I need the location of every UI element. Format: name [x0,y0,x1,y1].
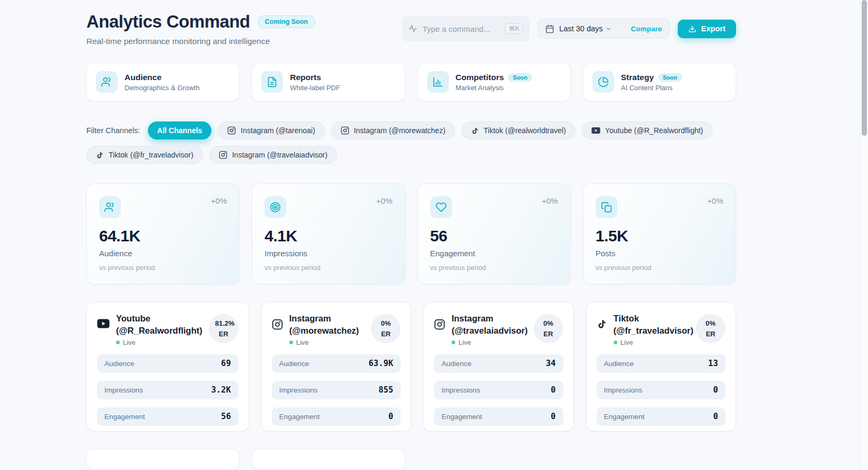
stat-label: Posts [596,249,723,258]
metric-row: Audience 34 [434,354,563,373]
metric-label: Audience [441,360,471,368]
channel-card-youtube: Youtube (@R_Realwordflight) Live 81.2% E… [86,302,249,431]
scrollbar-thumb[interactable] [862,0,867,136]
stat-label: Impressions [264,249,392,258]
date-range-label: Last 30 days [559,24,603,33]
filter-instagram-morewatchez[interactable]: Instagram (@morewatchez) [331,121,455,140]
users-icon [96,71,118,93]
instagram-icon [434,319,445,330]
metric-row: Impressions 0 [597,381,725,399]
stat-value: 56 [430,227,558,245]
metric-label: Engagement [441,413,482,421]
filter-tiktok-fr-traveladvisor[interactable]: Tiktok (@fr_traveladvisor) [86,146,203,164]
page-header: Analytics Command Coming Soon Real-time … [86,12,736,46]
stat-card-audience: +0% 64.1K Audience vs previous period [86,184,240,284]
analytics-dashboard: Analytics Command Coming Soon Real-time … [86,0,736,470]
target-icon [264,196,286,218]
calendar-icon [545,24,554,33]
command-input[interactable] [422,24,500,33]
nav-card-subtitle: AI Content Plans [621,84,683,92]
partial-card [86,449,240,470]
filter-youtube-realwordflight[interactable]: Youtube (@R_Realwordflight) [582,121,713,140]
nav-card-strategy[interactable]: StrategySoon AI Content Plans [583,63,736,101]
bar-chart-icon [427,71,449,93]
next-row-partial [86,449,736,470]
stat-note: vs previous period [99,264,227,272]
metric-row: Engagement 0 [272,407,401,426]
metric-row: Audience 63.9K [272,354,401,373]
metric-value: 3.2K [211,385,231,395]
metric-value: 34 [546,359,556,368]
filter-tiktok-realworldtravel[interactable]: Tiktok (@realworldtravel) [462,121,575,140]
metric-label: Audience [279,360,309,368]
metric-value: 0 [551,412,555,421]
stat-label: Audience [99,249,227,258]
channel-name: Instagram (@morewatchez) [289,312,365,337]
metric-value: 0 [388,412,393,421]
instagram-icon [227,126,236,135]
nav-card-audience[interactable]: Audience Demographics & Growth [86,63,240,101]
metric-label: Audience [604,360,634,368]
metric-row: Impressions 855 [272,381,401,399]
stat-note: vs previous period [596,264,723,272]
filter-instagram-tarenoai[interactable]: Instagram (@tarenoai) [218,121,324,140]
stat-card-posts: +0% 1.5K Posts vs previous period [583,184,736,284]
metric-row: Impressions 3.2K [97,381,238,399]
stat-card-impressions: +0% 4.1K Impressions vs previous period [252,184,405,284]
filters-label: Filter Channels: [86,126,140,135]
stat-note: vs previous period [264,264,392,272]
live-dot [289,341,293,344]
channel-cards-row: Youtube (@R_Realwordflight) Live 81.2% E… [86,302,736,431]
vertical-scrollbar[interactable] [860,0,868,470]
metric-row: Engagement 0 [597,407,725,426]
nav-card-subtitle: Market Analysis [456,84,533,92]
nav-card-subtitle: White-label PDF [290,84,340,92]
command-palette-box[interactable]: ⌘K [402,16,529,41]
partial-card [252,449,405,470]
metric-label: Engagement [279,413,320,421]
live-label: Live [621,338,633,346]
live-dot [116,341,120,344]
tiktok-icon [471,127,479,135]
metric-value: 13 [708,359,718,368]
export-button[interactable]: Export [678,20,736,38]
metric-row: Engagement 56 [97,407,238,426]
compare-link[interactable]: Compare [631,25,662,33]
metric-row: Audience 69 [97,354,238,373]
metric-value: 0 [551,385,555,395]
channel-filters: Filter Channels: All Channels Instagram … [86,121,736,164]
youtube-icon [591,127,600,134]
channel-name: Tiktok (@fr_traveladvisor) [614,312,689,337]
metric-label: Impressions [279,386,318,394]
activity-icon [409,24,417,33]
nav-card-title: Audience [125,73,162,82]
engagement-rate-badge: 0% ER [696,314,725,343]
export-button-label: Export [701,24,725,33]
filter-label: Instagram (@morewatchez) [354,126,446,135]
channel-card-tiktok-fr-traveladvisor: Tiktok (@fr_traveladvisor) Live 0% ER Au… [586,302,736,431]
filter-instagram-travelaiadvisor[interactable]: Instagram (@travelaiadvisor) [209,146,337,164]
filter-all-channels[interactable]: All Channels [148,121,212,140]
page-subtitle: Real-time performance monitoring and int… [86,37,315,46]
nav-card-competitors[interactable]: CompetitorsSoon Market Analysis [418,63,571,101]
filter-label: Tiktok (@fr_traveladvisor) [109,151,193,159]
soon-badge: Soon [508,73,533,82]
soon-badge: Soon [658,73,683,82]
metric-label: Engagement [604,413,645,421]
nav-card-reports[interactable]: Reports White-label PDF [252,63,405,101]
channel-name: Youtube (@R_Realwordflight) [116,312,202,337]
stat-change: +0% [211,196,227,205]
metric-value: 0 [713,385,718,395]
channel-card-instagram-travelaiadvisor: Instagram (@travelaiadvisor) Live 0% ER … [423,302,573,431]
metric-label: Audience [104,360,134,368]
live-label: Live [296,338,309,346]
metric-label: Impressions [604,386,643,394]
metric-row: Engagement 0 [434,407,563,426]
date-range-control[interactable]: Last 30 days Compare [537,19,670,39]
instagram-icon [219,151,227,159]
stat-change: +0% [376,196,392,205]
metric-label: Impressions [104,386,143,394]
youtube-icon [97,319,110,328]
coming-soon-badge: Coming Soon [258,15,315,28]
chevron-down-icon [606,26,612,32]
